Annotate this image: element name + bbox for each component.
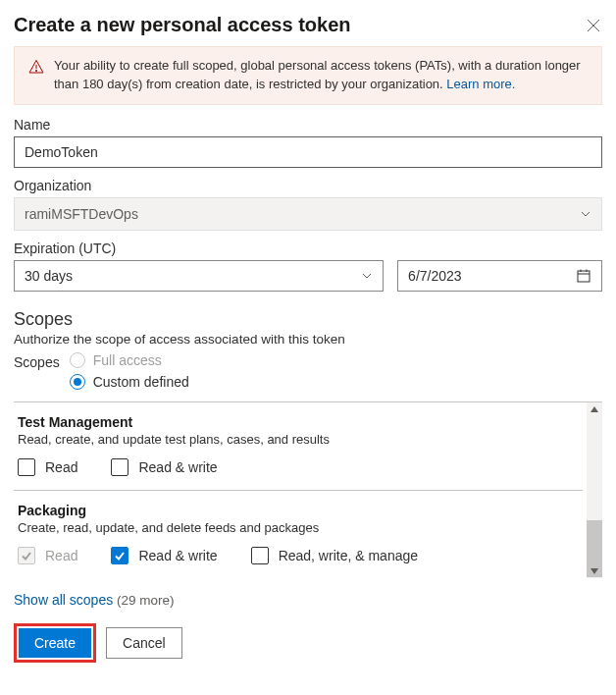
- cancel-button[interactable]: Cancel: [106, 627, 182, 659]
- scope-permission[interactable]: Read: [18, 458, 77, 476]
- calendar-icon: [576, 268, 591, 284]
- close-button[interactable]: [585, 17, 602, 34]
- scope-category: Test ManagementRead, create, and update …: [14, 402, 583, 491]
- checkbox[interactable]: [111, 458, 128, 476]
- scopes-description: Authorize the scope of access associated…: [14, 332, 602, 347]
- organization-select[interactable]: ramiMSFTDevOps: [14, 197, 602, 231]
- scroll-down-arrow-icon: [590, 566, 599, 576]
- checkbox[interactable]: [18, 458, 35, 476]
- chevron-down-icon: [361, 270, 373, 282]
- scopes-title: Scopes: [14, 309, 602, 330]
- scope-permission-label: Read: [45, 459, 77, 475]
- show-all-scopes-count: (29 more): [117, 593, 175, 608]
- organization-label: Organization: [14, 178, 602, 193]
- action-row: Create Cancel: [14, 623, 602, 663]
- scrollbar-track[interactable]: [587, 402, 602, 578]
- create-button[interactable]: Create: [19, 628, 91, 658]
- scope-permissions-row: ReadRead & writeRead, write, & manage: [18, 547, 579, 564]
- scope-category: PackagingCreate, read, update, and delet…: [14, 491, 583, 578]
- name-input[interactable]: [14, 136, 602, 168]
- dialog-header: Create a new personal access token: [14, 14, 602, 36]
- warning-banner: Your ability to create full scoped, glob…: [14, 46, 602, 105]
- check-icon: [114, 550, 126, 561]
- scope-list: Test ManagementRead, create, and update …: [14, 402, 602, 578]
- organization-value: ramiMSFTDevOps: [25, 206, 138, 222]
- expiration-date-value: 6/7/2023: [408, 268, 462, 284]
- learn-more-link[interactable]: Learn more.: [446, 77, 515, 91]
- scope-category-description: Create, read, update, and delete feeds a…: [18, 520, 579, 535]
- scope-list-container: Test ManagementRead, create, and update …: [14, 401, 602, 578]
- scope-permission-label: Read, write, & manage: [279, 548, 418, 563]
- check-icon: [21, 550, 32, 561]
- svg-rect-5: [578, 271, 590, 282]
- scope-permission[interactable]: Read & write: [111, 458, 217, 476]
- warning-text: Your ability to create full scoped, glob…: [54, 57, 588, 94]
- scope-category-description: Read, create, and update test plans, cas…: [18, 432, 579, 447]
- expiration-duration-value: 30 days: [25, 268, 73, 284]
- chevron-down-icon: [580, 208, 591, 220]
- svg-point-4: [35, 70, 36, 71]
- expiration-label: Expiration (UTC): [14, 241, 602, 256]
- warning-icon: [28, 59, 44, 94]
- checkbox: [18, 547, 35, 564]
- scope-custom-radio[interactable]: Custom defined: [70, 374, 189, 390]
- create-button-highlight: Create: [14, 623, 96, 663]
- expiration-date-input[interactable]: 6/7/2023: [397, 260, 602, 292]
- svg-marker-10: [590, 568, 598, 574]
- show-all-scopes-link[interactable]: Show all scopes: [14, 592, 113, 608]
- checkbox[interactable]: [111, 547, 128, 564]
- scope-permission[interactable]: Read & write: [111, 547, 217, 564]
- scope-custom-label: Custom defined: [93, 374, 189, 390]
- scope-full-access-label: Full access: [93, 352, 162, 368]
- radio-icon: [70, 374, 85, 390]
- svg-marker-9: [590, 406, 598, 412]
- scope-category-title: Packaging: [18, 503, 579, 518]
- scroll-up-arrow-icon: [590, 404, 599, 414]
- dialog-title: Create a new personal access token: [14, 14, 351, 36]
- scope-permission-label: Read & write: [138, 548, 217, 563]
- scope-category-title: Test Management: [18, 414, 579, 430]
- scope-permission[interactable]: Read, write, & manage: [251, 547, 418, 564]
- name-label: Name: [14, 117, 602, 133]
- scope-full-access-radio[interactable]: Full access: [70, 352, 189, 368]
- expiration-row: 30 days 6/7/2023: [14, 260, 602, 292]
- show-all-scopes-row: Show all scopes (29 more): [14, 592, 602, 608]
- checkbox[interactable]: [251, 547, 269, 564]
- close-icon: [586, 18, 601, 33]
- scope-permission: Read: [18, 547, 77, 564]
- expiration-duration-select[interactable]: 30 days: [14, 260, 384, 292]
- scope-permission-label: Read & write: [138, 459, 217, 475]
- scopes-radio-group: Scopes Full access Custom defined: [14, 352, 602, 390]
- scopes-label: Scopes: [14, 354, 60, 370]
- scope-permissions-row: ReadRead & write: [18, 458, 579, 476]
- scope-permission-label: Read: [45, 548, 77, 563]
- radio-icon: [70, 352, 85, 368]
